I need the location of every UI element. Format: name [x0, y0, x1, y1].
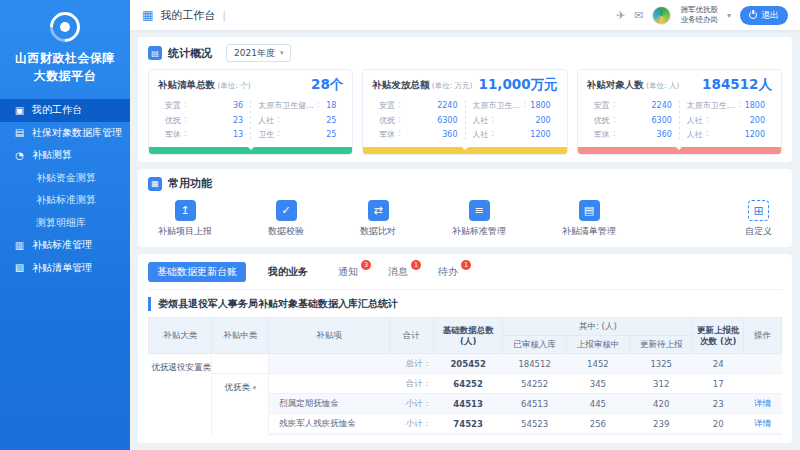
- batches-cell: 24: [693, 354, 744, 374]
- function-item[interactable]: ↥补贴项目上报: [158, 200, 212, 238]
- user-info[interactable]: 拥军优抚股 业务经办岗: [680, 5, 718, 26]
- chevron-down-icon: ▾: [253, 384, 257, 392]
- chevron-down-icon[interactable]: ▾: [727, 11, 731, 20]
- header-batches: 更新上报批次数 (次): [693, 318, 744, 354]
- stat-breakdown-value: 200: [750, 116, 765, 125]
- pending-cell: 420: [630, 394, 693, 414]
- stat-card-strip: [363, 147, 566, 154]
- sidebar-item[interactable]: 补贴资金测算: [0, 167, 130, 190]
- sidebar-item[interactable]: ▤社保对象数据库管理: [0, 122, 130, 145]
- customize-button[interactable]: ⊞自定义: [745, 200, 772, 238]
- agg-label-cell: 合计：: [389, 374, 433, 394]
- year-select[interactable]: 2021年度 ▾: [226, 44, 291, 62]
- stat-breakdown-label: 太原市卫生健...: [687, 100, 735, 111]
- logout-label: 退出: [761, 9, 779, 22]
- stat-breakdown-label: 人社: [687, 115, 703, 126]
- app-title: 山西财政社会保障大数据平台: [0, 49, 130, 85]
- agg-label-cell: 总计：: [389, 354, 433, 374]
- mid-category-label: 优抚类: [224, 382, 252, 392]
- user-dept: 拥军优抚股: [680, 5, 718, 16]
- mid-category-cell[interactable]: 优抚类 ▾: [212, 374, 269, 436]
- stat-card-top: 补贴发放总额 (单位: 万元)11,000万元: [372, 76, 557, 94]
- stat-breakdown-row: 太原市卫生健...:1800: [473, 100, 551, 111]
- stat-breakdown-value: 13: [233, 130, 243, 139]
- approved-cell: 54252: [503, 374, 566, 394]
- stat-breakdown-label: 军休: [165, 129, 181, 140]
- chevron-down-icon: ▾: [280, 49, 284, 57]
- stat-card-column: 安置:2240优抚:6300军休:360: [372, 100, 464, 140]
- action-cell: [743, 354, 781, 374]
- stat-breakdown-label: 安置: [165, 100, 181, 111]
- colon-separator: :: [184, 129, 187, 140]
- agg-label-cell: 小计：: [389, 434, 433, 436]
- colon-separator: :: [277, 129, 280, 140]
- table-row: 优抚退役安置类总计：2054521845121452132524: [149, 354, 782, 374]
- function-item[interactable]: ✓数据校验: [268, 200, 304, 238]
- stat-breakdown-row: 太原市卫生健...:18: [258, 100, 336, 111]
- stat-breakdown-value: 18: [326, 101, 336, 110]
- sidebar-item[interactable]: ◔补贴测算: [0, 144, 130, 167]
- ledger-table: 补贴大类 补贴中类 补贴项 合计 基础数据总数 (人) 其中: (人) 更新上报…: [148, 317, 782, 436]
- batches-cell: 13: [693, 434, 744, 436]
- stat-card-unit: (单位: 人): [644, 81, 680, 90]
- sidebar-item[interactable]: 补贴标准测算: [0, 189, 130, 212]
- ledger-header: 基础数据更新台账 我的业务通知3消息1待办1: [148, 262, 782, 290]
- tab-label: 待办: [438, 266, 458, 277]
- header-big-category: 补贴大类: [149, 318, 212, 354]
- function-item[interactable]: ≡补贴标准管理: [452, 200, 506, 238]
- detail-link[interactable]: 详情: [754, 418, 771, 428]
- header-subsidy-item: 补贴项: [269, 318, 389, 354]
- stats-title: 统计概况: [168, 46, 212, 61]
- ledger-tab[interactable]: 待办1: [438, 265, 462, 279]
- stat-breakdown-row: 安置:2240: [594, 100, 672, 111]
- stat-card-grid: 安置:2240优抚:6300军休:360太原市卫生健...:1800人社:200…: [587, 100, 772, 140]
- sidebar-item[interactable]: ▣我的工作台: [0, 99, 130, 122]
- avatar[interactable]: [652, 6, 671, 25]
- approved-cell: 54523: [503, 414, 566, 434]
- stat-card-title: 补贴发放总额 (单位: 万元): [372, 79, 472, 92]
- stat-breakdown-row: 人社:200: [687, 115, 765, 126]
- main-area: ▦ 我的工作台 | ✈ ✉ 拥军优抚股 业务经办岗 ▾ 退出 ▤ 统计概况 20…: [130, 0, 800, 450]
- topbar: ▦ 我的工作台 | ✈ ✉ 拥军优抚股 业务经办岗 ▾ 退出: [130, 0, 800, 30]
- function-item[interactable]: ⇄数据比对: [360, 200, 396, 238]
- header-reviewing: 上报审核中: [566, 336, 629, 354]
- action-cell: 详情: [743, 434, 781, 436]
- stat-breakdown-value: 6300: [437, 116, 457, 125]
- header-pending: 更新待上报: [630, 336, 693, 354]
- logout-button[interactable]: 退出: [740, 6, 788, 25]
- sidebar-item[interactable]: ▧补贴清单管理: [0, 257, 130, 280]
- reviewing-cell: 1452: [566, 354, 629, 374]
- functions-section: ▦ 常用功能 ↥补贴项目上报✓数据校验⇄数据比对≡补贴标准管理▤补贴清单管理⊞自…: [138, 169, 792, 247]
- stat-card-unit: (单位: 个): [215, 81, 251, 90]
- ledger-tab[interactable]: 消息1: [388, 265, 412, 279]
- stat-breakdown-row: 军休:360: [594, 129, 672, 140]
- function-label: 补贴项目上报: [158, 225, 212, 238]
- workbench-icon: ▣: [14, 105, 25, 116]
- mail-icon[interactable]: ✉: [634, 9, 643, 22]
- notification-badge: 3: [361, 260, 371, 270]
- sidebar-item[interactable]: 测算明细库: [0, 212, 130, 235]
- sidebar-item-label: 我的工作台: [32, 103, 82, 117]
- colon-separator: :: [277, 115, 280, 126]
- sidebar-item[interactable]: ▥补贴标准管理: [0, 234, 130, 257]
- header-agg: 合计: [389, 318, 433, 354]
- ledger-tab[interactable]: 我的业务: [268, 265, 312, 279]
- topbar-right: ✈ ✉ 拥军优抚股 业务经办岗 ▾ 退出: [616, 5, 788, 26]
- detail-link[interactable]: 详情: [754, 398, 771, 408]
- send-icon[interactable]: ✈: [616, 9, 625, 22]
- colon-separator: :: [184, 100, 187, 111]
- stat-card-top: 补贴清单总数 (单位: 个)28个: [158, 76, 343, 94]
- stat-card-grid: 安置:36优抚:23军休:13太原市卫生健...:18人社:25卫生:25: [158, 100, 343, 140]
- sidebar-item-label: 补贴资金测算: [36, 171, 96, 185]
- ledger-tab[interactable]: 通知3: [338, 265, 362, 279]
- stat-breakdown-label: 人社: [687, 129, 703, 140]
- colon-separator: :: [706, 129, 709, 140]
- stats-section: ▤ 统计概况 2021年度 ▾ 补贴清单总数 (单位: 个)28个安置:36优抚…: [138, 37, 792, 162]
- function-item[interactable]: ▤补贴清单管理: [562, 200, 616, 238]
- content: ▤ 统计概况 2021年度 ▾ 补贴清单总数 (单位: 个)28个安置:36优抚…: [130, 30, 800, 450]
- stat-card: 补贴发放总额 (单位: 万元)11,000万元安置:2240优抚:6300军休:…: [362, 69, 567, 155]
- stat-breakdown-value: 360: [442, 130, 457, 139]
- stat-breakdown-value: 1800: [530, 101, 550, 110]
- stat-breakdown-row: 人社:1200: [687, 129, 765, 140]
- function-label: 自定义: [745, 225, 772, 238]
